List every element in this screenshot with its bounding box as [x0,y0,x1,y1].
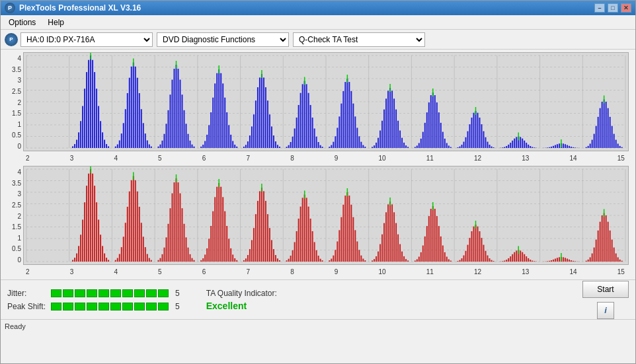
bottom-chart-y-axis: 4 3.5 3 2.5 2 1.5 1 0.5 0 [5,168,23,264]
bottom-area: Jitter: 5 Peak Shift: [1,279,635,319]
bottom-chart-inner [23,166,629,265]
toolbar: P HA:0 ID:0 PX-716A DVD Diagnostic Funct… [1,30,635,50]
menu-help[interactable]: Help [42,17,69,28]
close-button[interactable]: ✕ [621,3,631,13]
app-icon: P [5,3,15,13]
bottom-chart-canvas [24,166,628,264]
title-bar: P PlexTools Professional XL V3.16 – □ ✕ [1,1,635,15]
start-button[interactable]: Start [582,281,629,298]
device-section: P HA:0 ID:0 PX-716A [5,32,153,47]
status-text: Ready [5,322,26,330]
minimize-button[interactable]: – [594,3,605,13]
top-chart-x-axis: 2 3 4 5 6 7 8 9 10 11 12 13 14 15 [26,155,625,162]
start-button-area: Start i [582,281,629,319]
jitter-label: Jitter: [7,289,47,298]
app-title: PlexTools Professional XL V3.16 [19,3,141,13]
status-bar: Ready [1,319,635,332]
jitter-value: 5 [175,289,180,298]
metrics-left: Jitter: 5 Peak Shift: [7,289,180,311]
function-select[interactable]: DVD Diagnostic Functions [157,32,289,47]
peak-shift-value: 5 [175,302,180,311]
device-select[interactable]: HA:0 ID:0 PX-716A [20,32,153,47]
info-button[interactable]: i [597,302,614,319]
maximize-button[interactable]: □ [608,3,618,13]
top-chart-wrapper: 4 3.5 3 2.5 2 1.5 1 0.5 0 2 3 4 5 6 7 8 … [5,52,631,163]
peak-shift-row: Peak Shift: 5 [7,302,180,311]
jitter-bar [51,289,169,297]
peak-shift-bar [51,303,169,310]
device-icon: P [5,33,18,46]
test-select[interactable]: Q-Check TA Test [293,32,425,47]
bottom-chart-wrapper: 4 3.5 3 2.5 2 1.5 1 0.5 0 2 3 4 5 6 7 8 … [5,166,631,277]
peak-shift-label: Peak Shift: [7,302,47,311]
charts-area: 4 3.5 3 2.5 2 1.5 1 0.5 0 2 3 4 5 6 7 8 … [1,50,635,279]
metrics-right: TA Quality Indicator: Excellent [206,289,277,311]
menu-options[interactable]: Options [3,17,41,28]
title-bar-controls[interactable]: – □ ✕ [594,3,631,13]
top-chart-canvas [24,53,628,151]
jitter-row: Jitter: 5 [7,289,180,298]
ta-quality-value: Excellent [206,301,277,311]
bottom-chart-x-axis: 2 3 4 5 6 7 8 9 10 11 12 13 14 15 [26,268,625,275]
title-bar-left: P PlexTools Professional XL V3.16 [5,3,141,13]
menu-bar: Options Help [1,15,635,30]
ta-quality-label: TA Quality Indicator: [206,289,277,298]
top-chart-inner [23,52,629,151]
top-chart-y-axis: 4 3.5 3 2.5 2 1.5 1 0.5 0 [5,55,23,150]
